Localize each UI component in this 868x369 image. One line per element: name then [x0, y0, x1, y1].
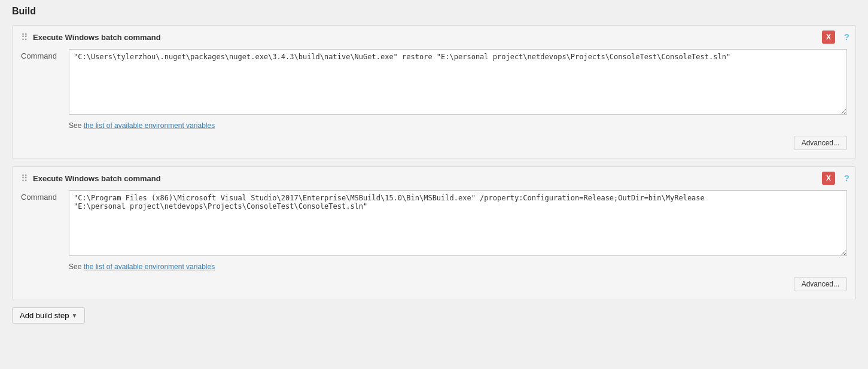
- build-step-1: ⠿ Execute Windows batch command X ? Comm…: [12, 25, 856, 159]
- advanced-button-1[interactable]: Advanced...: [794, 136, 847, 150]
- drag-handle-1[interactable]: ⠿: [21, 32, 29, 43]
- env-link-2[interactable]: the list of available environment variab…: [84, 263, 215, 271]
- command-field-row-2: Command: [21, 190, 847, 258]
- command-field-row-1: Command: [21, 49, 847, 117]
- command-value-1: [69, 49, 847, 117]
- step-title-2: Execute Windows batch command: [33, 174, 161, 183]
- help-button-1[interactable]: ?: [844, 32, 849, 42]
- close-button-2[interactable]: X: [822, 172, 835, 185]
- add-build-step-label: Add build step: [20, 311, 69, 320]
- advanced-row-2: Advanced...: [21, 277, 847, 291]
- advanced-row-1: Advanced...: [21, 136, 847, 150]
- build-steps-container: ⠿ Execute Windows batch command X ? Comm…: [12, 25, 856, 300]
- step-header-2: ⠿ Execute Windows batch command: [21, 173, 847, 184]
- step-header-1: ⠿ Execute Windows batch command: [21, 32, 847, 43]
- add-build-step-button[interactable]: Add build step ▼: [12, 307, 85, 324]
- page-title: Build: [12, 6, 856, 17]
- add-step-area: Add build step ▼: [12, 307, 856, 324]
- step-title-1: Execute Windows batch command: [33, 33, 161, 42]
- command-label-1: Command: [21, 49, 69, 60]
- command-label-2: Command: [21, 190, 69, 202]
- env-link-row-1: See the list of available environment va…: [69, 121, 847, 130]
- command-textarea-2[interactable]: [69, 190, 847, 256]
- env-link-prefix-2: See: [69, 263, 84, 271]
- build-step-2: ⠿ Execute Windows batch command X ? Comm…: [12, 166, 856, 300]
- command-textarea-1[interactable]: [69, 49, 847, 115]
- advanced-button-2[interactable]: Advanced...: [794, 277, 847, 291]
- env-link-1[interactable]: the list of available environment variab…: [84, 121, 215, 130]
- help-button-2[interactable]: ?: [844, 173, 849, 183]
- command-value-2: [69, 190, 847, 258]
- env-link-row-2: See the list of available environment va…: [69, 263, 847, 271]
- env-link-prefix-1: See: [69, 121, 84, 130]
- drag-handle-2[interactable]: ⠿: [21, 173, 29, 184]
- add-step-dropdown-arrow: ▼: [71, 312, 77, 319]
- close-button-1[interactable]: X: [822, 31, 835, 44]
